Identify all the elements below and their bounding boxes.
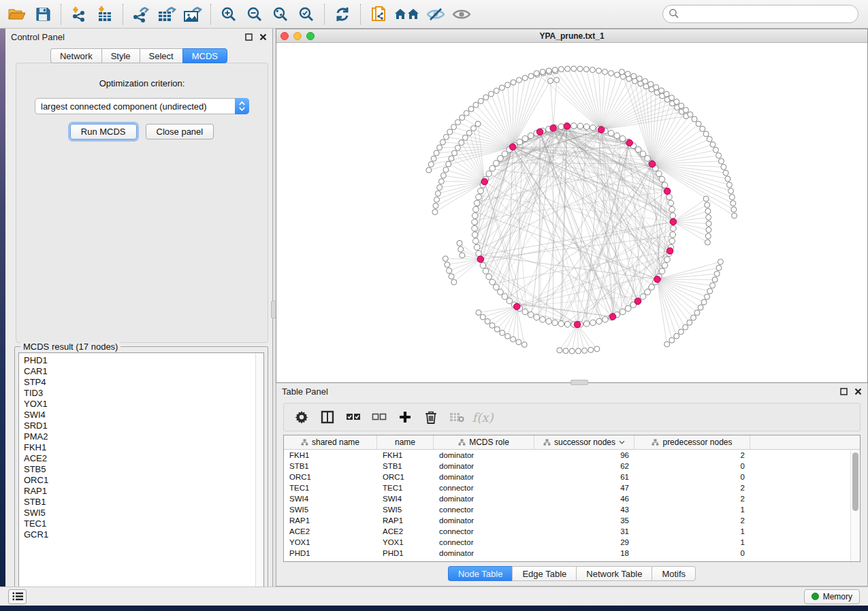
graph-node[interactable]: [723, 170, 728, 176]
graph-node[interactable]: [446, 161, 451, 167]
cell-successor-nodes[interactable]: 31: [534, 527, 634, 535]
cell-shared-name[interactable]: FKH1: [284, 451, 377, 459]
graph-node[interactable]: [649, 284, 655, 291]
mcds-node[interactable]: [477, 256, 484, 263]
graph-node[interactable]: [540, 69, 545, 75]
graph-node[interactable]: [571, 123, 577, 129]
graph-node[interactable]: [440, 139, 445, 145]
graph-node[interactable]: [687, 320, 692, 325]
graph-node[interactable]: [716, 153, 722, 159]
graph-node[interactable]: [710, 283, 716, 288]
graph-node[interactable]: [522, 76, 528, 81]
table-row[interactable]: YOX1YOX1connector291: [284, 537, 850, 548]
graph-node[interactable]: [502, 151, 508, 157]
show-panels-button[interactable]: [449, 3, 475, 26]
graph-node[interactable]: [596, 68, 601, 73]
refresh-button[interactable]: [329, 3, 355, 26]
mcds-node[interactable]: [598, 127, 605, 133]
graph-node[interactable]: [656, 171, 662, 177]
horizontal-splitter-grip[interactable]: [570, 380, 588, 385]
tab-edge-table[interactable]: Edge Table: [512, 566, 576, 581]
import-network-button[interactable]: [66, 3, 92, 26]
graph-node[interactable]: [494, 327, 500, 332]
graph-node[interactable]: [631, 73, 637, 79]
mcds-result-item[interactable]: ORC1: [24, 475, 255, 486]
graph-node[interactable]: [494, 88, 499, 93]
cell-mcds-role[interactable]: connector: [434, 484, 534, 492]
cell-mcds-role[interactable]: connector: [434, 506, 534, 514]
graph-node[interactable]: [558, 321, 564, 327]
graph-node[interactable]: [669, 337, 675, 343]
graph-node[interactable]: [447, 129, 453, 135]
graph-node[interactable]: [432, 210, 438, 215]
cell-successor-nodes[interactable]: 47: [534, 484, 634, 492]
table-row[interactable]: RAP1RAP1dominator352: [284, 515, 850, 526]
graph-node[interactable]: [718, 159, 724, 164]
graph-node[interactable]: [471, 126, 477, 131]
table-row[interactable]: SWI5SWI5connector431: [284, 504, 850, 515]
graph-node[interactable]: [558, 67, 564, 72]
graph-node[interactable]: [521, 342, 527, 348]
graph-node[interactable]: [706, 214, 711, 220]
graph-node[interactable]: [731, 207, 737, 212]
graph-node[interactable]: [635, 147, 641, 153]
graph-node[interactable]: [674, 333, 679, 339]
graph-node[interactable]: [459, 140, 464, 146]
graph-node[interactable]: [507, 298, 513, 304]
cell-name[interactable]: SWI5: [377, 506, 434, 514]
cell-predecessor-nodes[interactable]: 1: [634, 527, 750, 535]
graph-node[interactable]: [522, 309, 528, 315]
column-header-successor-nodes[interactable]: successor nodes: [534, 435, 634, 449]
column-header-mcds-role[interactable]: MCDS role: [434, 435, 534, 449]
graph-node[interactable]: [703, 196, 709, 201]
graph-node[interactable]: [714, 271, 720, 276]
graph-node[interactable]: [472, 219, 478, 225]
graph-node[interactable]: [625, 71, 630, 77]
graph-node[interactable]: [670, 213, 676, 219]
graph-node[interactable]: [594, 346, 600, 352]
cell-successor-nodes[interactable]: 35: [534, 516, 634, 525]
graph-node[interactable]: [489, 165, 496, 171]
graph-node[interactable]: [726, 182, 732, 188]
mcds-node[interactable]: [649, 161, 656, 167]
mcds-result-item[interactable]: YOX1: [24, 399, 255, 410]
graph-node[interactable]: [480, 314, 485, 320]
graph-node[interactable]: [664, 342, 670, 347]
graph-node[interactable]: [437, 184, 443, 190]
float-table-panel-icon[interactable]: [839, 388, 848, 396]
graph-node[interactable]: [478, 188, 484, 194]
graph-node[interactable]: [583, 124, 590, 130]
graph-node[interactable]: [472, 232, 478, 238]
cell-mcds-role[interactable]: dominator: [434, 462, 534, 470]
close-panel-button[interactable]: Close panel: [146, 124, 214, 139]
graph-node[interactable]: [596, 318, 602, 325]
graph-node[interactable]: [475, 121, 481, 127]
cell-shared-name[interactable]: TEC1: [284, 484, 377, 492]
task-history-button[interactable]: [8, 589, 27, 604]
graph-node[interactable]: [664, 257, 671, 263]
graph-node[interactable]: [706, 227, 711, 233]
graph-node[interactable]: [472, 213, 478, 219]
graph-node[interactable]: [498, 289, 504, 295]
graph-node[interactable]: [625, 306, 631, 312]
graph-node[interactable]: [670, 232, 676, 238]
graph-node[interactable]: [494, 284, 500, 291]
mcds-node[interactable]: [513, 303, 520, 310]
mcds-node[interactable]: [634, 298, 641, 305]
tab-mcds[interactable]: MCDS: [182, 48, 227, 63]
graph-node[interactable]: [721, 164, 726, 169]
graph-node[interactable]: [528, 73, 534, 79]
mcds-result-item[interactable]: GCR1: [24, 529, 255, 540]
graph-node[interactable]: [582, 348, 588, 353]
graph-node[interactable]: [666, 194, 673, 200]
graph-node[interactable]: [451, 280, 457, 285]
cell-predecessor-nodes[interactable]: 2: [634, 484, 750, 492]
graph-node[interactable]: [488, 91, 494, 97]
graph-node[interactable]: [608, 130, 614, 136]
graph-node[interactable]: [438, 179, 444, 184]
graph-node[interactable]: [455, 120, 460, 125]
graph-node[interactable]: [577, 66, 583, 71]
mcds-result-item[interactable]: TID3: [24, 388, 255, 399]
graph-node[interactable]: [698, 305, 703, 310]
cell-shared-name[interactable]: YOX1: [284, 538, 377, 546]
